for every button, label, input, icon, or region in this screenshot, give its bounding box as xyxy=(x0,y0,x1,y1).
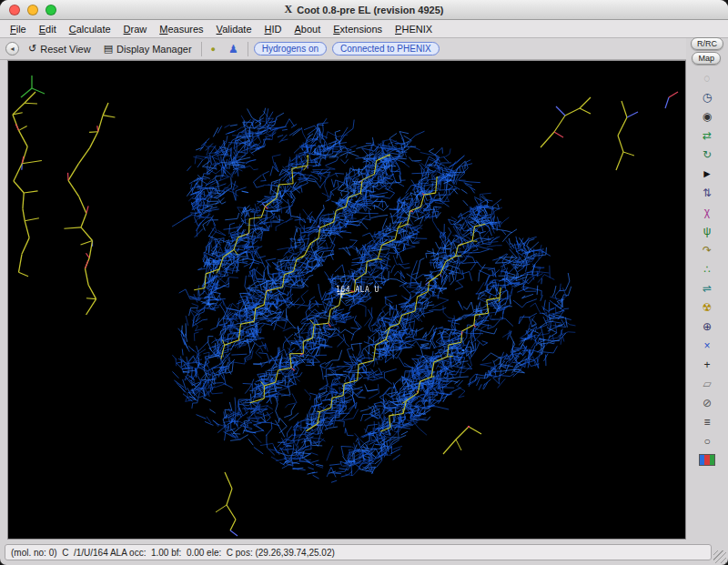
molecular-canvas[interactable] xyxy=(8,61,685,539)
display-manager-button[interactable]: ▤ Display Manager xyxy=(100,41,196,56)
clear-icon[interactable]: × xyxy=(695,337,719,354)
window-controls xyxy=(9,5,56,15)
x11-icon: X xyxy=(285,3,293,16)
regularize-zone-icon[interactable]: ↻ xyxy=(695,146,719,163)
zoom-button[interactable] xyxy=(46,5,56,15)
menu-draw[interactable]: Draw xyxy=(117,22,154,36)
menu-calculate[interactable]: Calculate xyxy=(63,22,117,36)
menu-phenix[interactable]: PHENIX xyxy=(389,22,439,36)
sphere-refine-icon[interactable]: ◌ xyxy=(695,69,719,86)
menu-file[interactable]: File xyxy=(4,22,33,36)
molecule-icon: ● xyxy=(211,45,216,54)
molecule-tool-button[interactable]: ● xyxy=(207,43,219,55)
status-text: (mol. no: 0) C /1/U/164 ALA occ: 1.00 bf… xyxy=(11,548,335,558)
refine-zone-icon[interactable]: ⇄ xyxy=(695,126,719,144)
main-toolbar: ◂ ↺ Reset View ▤ Display Manager ● ♟ Hyd… xyxy=(0,38,686,60)
window-title-text: Coot 0.8-pre EL (revision 4925) xyxy=(297,5,443,15)
status-bar: (mol. no: 0) C /1/U/164 ALA occ: 1.00 bf… xyxy=(5,544,712,560)
map-button[interactable]: Map xyxy=(692,52,721,65)
menu-about[interactable]: About xyxy=(288,22,328,36)
toolbar-collapse-button[interactable]: ◂ xyxy=(5,42,19,55)
menu-extensions[interactable]: Extensions xyxy=(327,22,389,36)
menu-hid[interactable]: HID xyxy=(258,22,288,36)
rama-plot-icon[interactable]: ∴ xyxy=(695,260,719,277)
add-residue-icon[interactable]: + xyxy=(695,356,719,373)
flip-peptide-icon[interactable]: ↷ xyxy=(695,241,719,258)
reset-view-button[interactable]: ↺ Reset View xyxy=(25,41,95,56)
display-manager-icon: ▤ xyxy=(104,43,113,55)
circle-icon[interactable]: ○ xyxy=(695,432,719,449)
menu-edit[interactable]: Edit xyxy=(33,22,63,36)
keyboard-icon[interactable]: ≡ xyxy=(695,413,719,430)
coot-window: X Coot 0.8-pre EL (revision 4925) File E… xyxy=(0,0,728,565)
rotamers-icon[interactable]: χ xyxy=(695,203,719,220)
toolbar-separator xyxy=(201,42,202,56)
phenix-tool-icon: ♟ xyxy=(228,43,238,55)
resize-grip[interactable] xyxy=(713,550,726,563)
hydrogens-toggle-badge[interactable]: Hydrogens on xyxy=(254,42,327,55)
right-toolbar: ◌ ◷ ◉ ⇄ ↻ ► ⇅ χ ψ ↷ ∴ ⇌ ☢ ⊕ × + ▱ ⊘ ≡ ○ xyxy=(688,69,726,538)
eye-icon[interactable]: ◉ xyxy=(695,107,719,125)
display-flag-icon[interactable] xyxy=(699,454,715,466)
chi-angles-icon[interactable]: ψ xyxy=(695,222,719,239)
mutate-icon[interactable]: ⇌ xyxy=(695,279,719,297)
phenix-tool-button[interactable]: ♟ xyxy=(225,41,242,57)
menu-bar: File Edit Calculate Draw Measures Valida… xyxy=(0,20,728,38)
reset-view-label: Reset View xyxy=(40,44,90,55)
reset-view-icon: ↺ xyxy=(28,43,36,55)
toolbar-separator xyxy=(248,42,248,56)
delete-icon[interactable]: ⊘ xyxy=(695,394,719,411)
rigid-body-fit-icon[interactable]: ⇅ xyxy=(695,184,719,201)
menu-validate[interactable]: Validate xyxy=(210,22,258,36)
eraser-icon[interactable]: ▱ xyxy=(695,375,719,392)
radiation-icon[interactable]: ☢ xyxy=(695,298,719,316)
phenix-connection-badge[interactable]: Connected to PHENIX xyxy=(332,42,440,55)
display-manager-label: Display Manager xyxy=(116,44,192,55)
axes-icon[interactable]: ⊕ xyxy=(695,318,719,335)
rrc-button[interactable]: R/RC xyxy=(691,37,723,50)
menu-measures[interactable]: Measures xyxy=(153,22,209,36)
window-title: X Coot 0.8-pre EL (revision 4925) xyxy=(285,3,444,16)
clock-icon[interactable]: ◷ xyxy=(695,88,719,106)
graphics-viewport: 164 ALA U xyxy=(7,60,686,540)
play-icon[interactable]: ► xyxy=(695,165,719,182)
close-button[interactable] xyxy=(9,5,20,15)
residue-label: 164 ALA U xyxy=(336,286,379,294)
minimize-button[interactable] xyxy=(27,5,38,15)
title-bar[interactable]: X Coot 0.8-pre EL (revision 4925) xyxy=(0,0,728,20)
